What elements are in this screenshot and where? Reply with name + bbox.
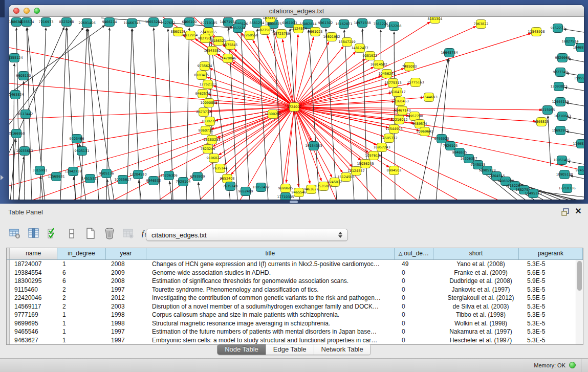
- citation-edge-red[interactable]: [219, 107, 294, 155]
- cell-short[interactable]: Hescheler et al. (1997): [437, 336, 522, 345]
- table-row[interactable]: 2242004622012Investigating the contribut…: [7, 294, 583, 302]
- cell-name[interactable]: 18300295: [10, 277, 58, 286]
- cell-short[interactable]: Nakamura et al. (1997): [437, 327, 522, 336]
- citation-edge-red[interactable]: [232, 61, 294, 107]
- cell-year[interactable]: 2009: [106, 269, 147, 277]
- select-all-check-icon[interactable]: [45, 226, 60, 241]
- cell-in_degree[interactable]: 2: [58, 302, 106, 311]
- table-selector-dropdown[interactable]: citations_edges.txt: [146, 229, 348, 241]
- cell-name[interactable]: 18724007: [10, 260, 58, 269]
- cell-out_de[interactable]: 0: [397, 336, 437, 345]
- cell-short[interactable]: Stergiakouli et al. (2012): [437, 294, 522, 302]
- table-row[interactable]: 1456911722003Disruption of a novel membe…: [7, 302, 583, 311]
- delete-row-icon[interactable]: [102, 226, 117, 241]
- cell-name[interactable]: 9777169: [10, 311, 58, 319]
- cell-pagerank[interactable]: 5.6E-5: [522, 269, 580, 277]
- table-row[interactable]: 946362711997Embryonic stem cells: a mode…: [7, 336, 583, 345]
- citation-edge-black[interactable]: [154, 28, 160, 200]
- cell-name[interactable]: 14569117: [10, 302, 58, 311]
- table-row[interactable]: 977716911998Corpus callosum shape and si…: [7, 311, 583, 319]
- citation-edge-black[interactable]: [381, 30, 382, 200]
- cell-in_degree[interactable]: 1: [58, 319, 106, 328]
- citation-edge-red[interactable]: [217, 107, 294, 138]
- cell-short[interactable]: de Silva et al. (2003): [437, 302, 522, 311]
- citation-edge-black[interactable]: [88, 29, 99, 200]
- new-document-icon[interactable]: [83, 226, 98, 241]
- cell-in_degree[interactable]: 6: [58, 277, 106, 286]
- cell-out_de[interactable]: 0: [397, 327, 437, 336]
- citation-edge-red[interactable]: [294, 42, 329, 107]
- cell-year[interactable]: 1998: [106, 311, 147, 319]
- citation-edge-black[interactable]: [564, 87, 584, 91]
- cell-in_degree[interactable]: 1: [58, 311, 106, 319]
- citation-edge-black[interactable]: [169, 181, 172, 200]
- cell-short[interactable]: Yano et al. (2008): [437, 260, 522, 269]
- cell-year[interactable]: 1997: [106, 327, 147, 336]
- citation-edge-black[interactable]: [107, 179, 110, 200]
- float-panel-icon[interactable]: [561, 208, 570, 216]
- cell-title[interactable]: Disruption of a novel member of a sodium…: [147, 302, 397, 311]
- cell-year[interactable]: 2008: [106, 277, 147, 286]
- column-header-short[interactable]: short: [433, 248, 519, 259]
- tab-edge-table[interactable]: Edge Table: [266, 344, 314, 355]
- cell-name[interactable]: 19384554: [10, 269, 58, 277]
- cell-year[interactable]: 1997: [106, 286, 147, 294]
- scrollbar-thumb[interactable]: [577, 261, 582, 291]
- citation-edge-red[interactable]: [294, 52, 356, 107]
- table-row[interactable]: 969969511998Structural magnetic resonanc…: [7, 319, 583, 328]
- cell-out_de[interactable]: 0: [397, 311, 437, 319]
- cell-in_degree[interactable]: 1: [58, 260, 106, 269]
- cell-in_degree[interactable]: 2: [58, 294, 106, 302]
- citation-edge-black[interactable]: [198, 182, 201, 200]
- cell-out_de[interactable]: 0: [397, 277, 437, 286]
- cell-out_de[interactable]: 0: [397, 319, 437, 328]
- cell-pagerank[interactable]: 5.3E-5: [522, 302, 580, 311]
- cell-title[interactable]: Estimation of significance thresholds fo…: [147, 277, 397, 286]
- table-row[interactable]: 911546021997Tourette syndrome. Phenomeno…: [7, 286, 583, 294]
- cell-out_de[interactable]: 49: [397, 260, 437, 269]
- cell-pagerank[interactable]: 5.3E-5: [522, 319, 580, 328]
- cell-title[interactable]: Tourette syndrome. Phenomenology and cla…: [147, 286, 397, 294]
- cell-title[interactable]: Genome-wide association studies in ADHD.: [147, 269, 397, 277]
- vertical-scrollbar[interactable]: [576, 260, 583, 344]
- cell-out_de[interactable]: 0: [397, 294, 437, 302]
- cell-year[interactable]: 1998: [106, 319, 147, 328]
- tab-network-table[interactable]: Network Table: [314, 344, 371, 355]
- cell-title[interactable]: Corpus callosum shape and size in male p…: [147, 311, 397, 319]
- cell-out_de[interactable]: 0: [397, 302, 437, 311]
- table-row[interactable]: 1830029562008Estimation of significance …: [7, 277, 583, 286]
- citation-edge-red[interactable]: [9, 107, 294, 119]
- citation-edge-red[interactable]: [9, 83, 294, 107]
- cell-in_degree[interactable]: 2: [58, 286, 106, 294]
- cell-year[interactable]: 2012: [106, 294, 147, 302]
- cell-short[interactable]: Dudbridge et al. (2008): [437, 277, 522, 286]
- cell-pagerank[interactable]: 5.3E-5: [522, 260, 580, 269]
- citation-edge-black[interactable]: [563, 29, 584, 32]
- column-header-year[interactable]: year: [106, 248, 146, 259]
- citation-edge-red[interactable]: [241, 33, 294, 107]
- cell-year[interactable]: 2008: [106, 260, 147, 269]
- split-pane-grip[interactable]: [290, 201, 298, 203]
- column-header-in_degree[interactable]: in_degree: [57, 248, 105, 259]
- citation-edge-black[interactable]: [568, 59, 584, 62]
- cell-name[interactable]: 9465546: [10, 327, 58, 336]
- tab-node-table[interactable]: Node Table: [217, 344, 266, 355]
- column-header-title[interactable]: title: [146, 248, 395, 259]
- column-header-out_de[interactable]: △out_de…: [395, 248, 433, 259]
- cell-name[interactable]: 22420046: [10, 294, 58, 302]
- cell-pagerank[interactable]: 5.3E-5: [522, 336, 580, 345]
- network-window-titlebar[interactable]: citations_edges.txt: [9, 5, 584, 17]
- column-header-name[interactable]: name: [10, 248, 57, 259]
- cell-in_degree[interactable]: 1: [58, 336, 106, 345]
- cell-short[interactable]: Franke et al. (2009): [437, 269, 522, 277]
- cell-year[interactable]: 1997: [106, 336, 147, 345]
- close-panel-icon[interactable]: ✕: [574, 207, 582, 216]
- show-column-icon[interactable]: [26, 226, 41, 241]
- cell-pagerank[interactable]: 5.3E-5: [522, 286, 580, 294]
- cell-pagerank[interactable]: 5.5E-5: [522, 294, 580, 302]
- citation-edge-red[interactable]: [207, 77, 294, 107]
- citation-edge-black[interactable]: [186, 28, 189, 200]
- table-row[interactable]: 1872400712008Changes of HCN gene express…: [7, 260, 583, 269]
- column-header-pagerank[interactable]: pagerank: [519, 248, 583, 259]
- cell-out_de[interactable]: 0: [397, 286, 437, 294]
